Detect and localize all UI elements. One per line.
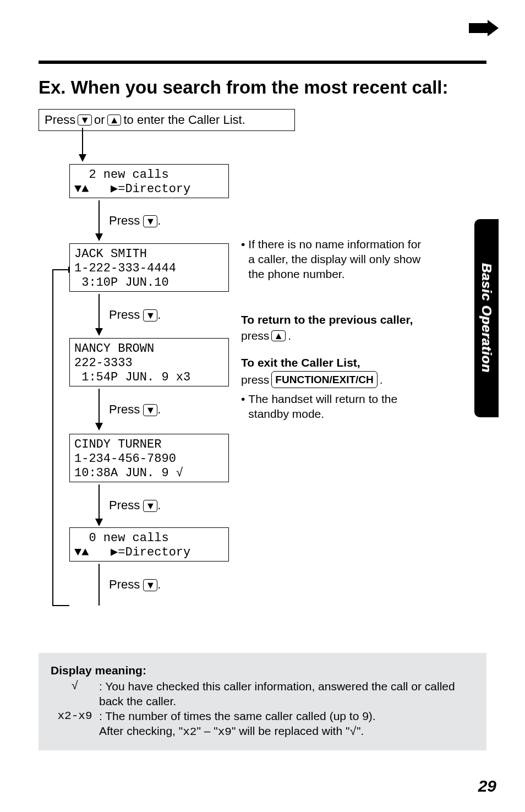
press-word-3: Press — [109, 402, 140, 416]
lcd3-line1: NANCY BROWN — [74, 342, 154, 356]
meaning-title: Display meaning: — [51, 663, 474, 678]
step-arrow-4: Press ▼. — [94, 484, 226, 526]
lcd-screen-2: JACK SMITH 1-222-333-4444 3:10P JUN.10 — [69, 243, 229, 292]
press-word-2: Press — [109, 308, 140, 321]
section-tab: Basic Operation — [474, 219, 499, 417]
lcd3-line2: 222-3333 — [74, 356, 133, 370]
intro-suffix: to enter the Caller List. — [123, 113, 245, 127]
period-2: . — [157, 308, 161, 321]
down-key-icon: ▼ — [143, 500, 157, 512]
header-rule — [39, 61, 486, 64]
svg-marker-0 — [469, 20, 499, 36]
meaning-x-2b: x2 — [183, 726, 196, 738]
step-arrow-3: Press ▼. — [94, 389, 226, 430]
period-3: . — [157, 402, 161, 416]
up-key-icon: ▲ — [271, 330, 286, 341]
step-arrow-2: Press ▼. — [94, 294, 226, 336]
bullet-icon: • — [241, 391, 245, 421]
lcd5-line1: 0 new calls — [74, 531, 169, 545]
svg-marker-2 — [79, 154, 86, 162]
meaning-check-symbol: √ — [51, 679, 99, 709]
meaning-x-desc-1: : The number of times the same caller ca… — [99, 709, 474, 723]
step-arrow-5: Press ▼. — [94, 564, 226, 606]
display-meaning-box: Display meaning: √ : You have checked th… — [39, 653, 486, 750]
meaning-x-2g: ". — [357, 724, 364, 737]
svg-marker-9 — [95, 423, 103, 430]
period-r2: . — [380, 372, 383, 387]
lcd2-line2: 1-222-333-4444 — [74, 261, 176, 275]
lcd2-line1: JACK SMITH — [74, 247, 147, 261]
lcd4-line2: 1-234-456-7890 — [74, 452, 176, 466]
return-caller-heading: To return to the previous caller, — [241, 312, 426, 327]
meaning-x-2f: √ — [349, 726, 357, 738]
down-key-icon: ▼ — [143, 215, 157, 227]
press-lower-1: press — [241, 328, 269, 343]
down-key-icon: ▼ — [143, 309, 157, 321]
period-4: . — [157, 498, 161, 512]
lcd1-line2: ▼▲ ▶=Directory — [74, 182, 190, 196]
lcd2-line3: 3:10P JUN.10 — [74, 276, 169, 290]
lcd-screen-5: 0 new calls ▼▲ ▶=Directory — [69, 527, 229, 562]
lcd-screen-4: CINDY TURNER 1-234-456-7890 10:38A JUN. … — [69, 434, 229, 482]
press-lower-2: press — [241, 372, 269, 387]
period-r1: . — [288, 328, 291, 343]
svg-marker-7 — [95, 328, 103, 336]
up-key-icon: ▲ — [107, 115, 122, 126]
press-word-5: Press — [109, 577, 140, 591]
meaning-x-2a: After checking, " — [99, 724, 183, 737]
lcd-screen-1: 2 new calls ▼▲ ▶=Directory — [69, 164, 229, 198]
meaning-x-desc-2: After checking, "x2" – "x9" will be repl… — [99, 723, 474, 739]
step-arrow-1: Press ▼. — [94, 200, 226, 241]
period-1: . — [157, 214, 161, 227]
meaning-x-2d: x9 — [218, 726, 232, 738]
note-no-name: If there is no name information for a ca… — [248, 237, 426, 281]
press-word-1: Press — [109, 214, 140, 227]
meaning-x-2c: " – " — [196, 724, 217, 737]
lcd4-line1: CINDY TURNER — [74, 438, 161, 451]
meaning-check-desc: : You have checked this caller informati… — [99, 679, 474, 709]
note-standby: The handset will return to the standby m… — [248, 391, 426, 421]
press-word-4: Press — [109, 498, 140, 512]
bullet-icon: • — [241, 237, 245, 281]
down-key-icon: ▼ — [143, 404, 157, 416]
meaning-x-symbol: x2-x9 — [51, 709, 99, 739]
function-exit-ch-key: FUNCTION/EXIT/CH — [271, 371, 377, 388]
down-key-icon: ▼ — [78, 115, 92, 126]
svg-marker-5 — [95, 233, 103, 241]
down-key-icon: ▼ — [143, 579, 157, 591]
forward-arrow-icon — [469, 20, 499, 36]
page-title: Ex. When you search from the most recent… — [39, 77, 486, 98]
exit-list-heading: To exit the Caller List, — [241, 355, 426, 370]
intro-prefix: Press — [45, 113, 75, 127]
page-number: 29 — [478, 777, 496, 795]
lcd1-line1: 2 new calls — [74, 168, 169, 182]
meaning-x-2e: " will be replaced with " — [232, 724, 350, 737]
period-5: . — [157, 577, 161, 591]
return-path-arrow — [50, 266, 69, 606]
svg-marker-11 — [95, 519, 103, 526]
flow-arrow-initial — [77, 128, 88, 162]
lcd-screen-3: NANCY BROWN 222-3333 1:54P JUN. 9 x3 — [69, 338, 229, 386]
lcd5-line2: ▼▲ ▶=Directory — [74, 546, 190, 559]
section-tab-label: Basic Operation — [479, 263, 494, 373]
intro-or: or — [94, 113, 105, 127]
notes-column: • If there is no name information for a … — [241, 237, 426, 429]
lcd4-line3: 10:38A JUN. 9 √ — [74, 466, 183, 480]
lcd3-line3: 1:54P JUN. 9 x3 — [74, 370, 190, 384]
